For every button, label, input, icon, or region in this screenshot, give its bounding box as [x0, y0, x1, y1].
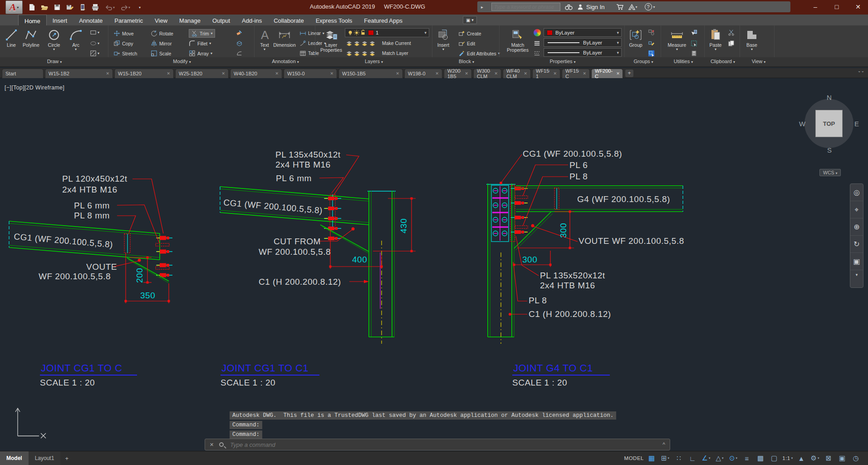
quick-select-button[interactable] — [691, 29, 697, 36]
circle-button[interactable]: Circle▾ — [47, 27, 61, 51]
close-tab-icon[interactable]: ✕ — [106, 71, 109, 76]
search-input[interactable] — [491, 3, 560, 11]
file-tab-active[interactable]: WF200-C✕ — [591, 69, 623, 78]
model-tab[interactable]: Model — [0, 451, 29, 465]
sign-in-button[interactable]: Sign In — [586, 4, 604, 10]
annotation-visibility-icon[interactable]: ▲ — [795, 453, 807, 464]
group-selection-toggle[interactable] — [648, 50, 655, 57]
paste-button[interactable]: Paste▾ — [709, 27, 722, 51]
ribbon-tab-express-tools[interactable]: Express Tools — [310, 15, 358, 25]
join-button[interactable] — [236, 50, 243, 57]
rectangle-button[interactable]: ▾ — [90, 29, 99, 36]
application-menu-button[interactable]: A ▾ — [5, 0, 23, 14]
ribbon-tab-view[interactable]: View — [149, 15, 173, 25]
new-file-button[interactable] — [26, 2, 37, 13]
mobile-share-button[interactable] — [77, 2, 88, 13]
rotate-button[interactable]: Rotate — [151, 30, 173, 37]
ribbon-tab-parametric[interactable]: Parametric — [108, 15, 149, 25]
layout1-tab[interactable]: Layout1 — [29, 451, 61, 465]
ribbon-tab-manage[interactable]: Manage — [173, 15, 206, 25]
viewport-controls[interactable]: [−][Top][2D Wireframe] — [5, 84, 64, 91]
close-tab-icon[interactable]: ✕ — [396, 71, 399, 76]
viewcube-east[interactable]: E — [854, 120, 859, 128]
table-button[interactable]: Table — [299, 50, 319, 57]
workspace-gear-icon[interactable]: ⚙▾ — [809, 453, 821, 464]
quick-calculator-button[interactable] — [691, 50, 697, 57]
file-tab[interactable]: W150-0✕ — [284, 69, 337, 78]
ortho-icon[interactable]: ∟ — [687, 453, 698, 464]
linetype-select[interactable]: ByLayer▾ — [544, 48, 622, 57]
file-tab[interactable]: W200-1B5✕ — [444, 69, 472, 78]
file-tab-start[interactable]: Start — [2, 69, 44, 78]
command-close-icon[interactable]: ✕ — [210, 442, 214, 448]
close-tab-icon[interactable]: ✕ — [465, 71, 468, 76]
copy-button[interactable]: Copy — [113, 40, 133, 47]
ribbon-tab-insert[interactable]: Insert — [47, 15, 74, 25]
isodraft-icon[interactable]: △▾ — [714, 453, 726, 464]
panel-annotation[interactable]: Annotation ▾ — [256, 59, 315, 64]
tab-overflow-icon[interactable]: ⌄⌄ — [858, 69, 864, 73]
lineweight-icon[interactable]: ≡ — [741, 453, 753, 464]
edit-attributes-button[interactable]: Edit Attributes▾ — [458, 50, 500, 57]
file-tab[interactable]: WF40-CLM✕ — [503, 69, 531, 78]
panel-clipboard[interactable]: Clipboard ▾ — [706, 59, 740, 64]
hatch-button[interactable]: ▾ — [90, 50, 99, 57]
open-file-button[interactable] — [39, 2, 50, 13]
snap-icon[interactable]: ⊞▾ — [659, 453, 671, 464]
file-tab[interactable]: WF150-C✕ — [562, 69, 590, 78]
orbit-icon[interactable]: ↻ — [850, 236, 863, 253]
minimize-button[interactable]: – — [805, 0, 825, 14]
file-tab[interactable]: W198-0✕ — [404, 69, 442, 78]
search-icon[interactable] — [565, 4, 573, 10]
ungroup-button[interactable] — [648, 29, 655, 36]
command-expand-icon[interactable]: ^ — [662, 441, 665, 448]
dimension-button[interactable]: Dimension — [271, 27, 298, 48]
panel-groups[interactable]: Groups ▾ — [626, 59, 661, 64]
close-tab-icon[interactable]: ✕ — [330, 71, 333, 76]
arc-button[interactable]: Arc▾ — [69, 27, 83, 51]
panel-block[interactable]: Block ▾ — [434, 59, 499, 64]
maximize-button[interactable]: □ — [827, 0, 847, 14]
file-tab[interactable]: WF150-1✕ — [532, 69, 560, 78]
close-tab-icon[interactable]: ✕ — [524, 71, 527, 76]
object-snap-icon[interactable]: ⊙▾ — [727, 453, 739, 464]
viewcube[interactable]: N W E S TOP — [801, 95, 857, 155]
panel-draw[interactable]: Draw ▾ — [1, 59, 108, 64]
move-button[interactable]: Move — [113, 30, 134, 37]
close-tab-icon[interactable]: ✕ — [494, 71, 498, 76]
close-tab-icon[interactable]: ✕ — [583, 71, 586, 76]
drawing-canvas[interactable]: PL 120x450x12t 2x4 HTB M16 PL 6 mm PL 8 … — [0, 78, 868, 451]
measure-button[interactable]: Measure▾ — [665, 27, 689, 51]
close-tab-icon[interactable]: ✕ — [275, 71, 279, 76]
viewcube-west[interactable]: W — [799, 120, 805, 128]
qat-customize-button[interactable]: ▾ — [134, 2, 145, 13]
ucs-icon[interactable] — [15, 408, 46, 438]
command-search-icon[interactable] — [219, 442, 224, 447]
close-tab-icon[interactable]: ✕ — [167, 71, 170, 76]
full-navigation-wheel-icon[interactable]: ◎ — [850, 184, 863, 201]
command-input[interactable] — [230, 441, 662, 448]
create-block-button[interactable]: Create — [458, 30, 481, 37]
text-button[interactable]: Text▾ — [258, 27, 271, 51]
show-motion-icon[interactable]: ▣ — [850, 253, 863, 270]
select-similar-button[interactable] — [691, 40, 697, 47]
file-tab[interactable]: W40-1B20✕ — [230, 69, 282, 78]
selection-cycling-icon[interactable]: ▢ — [768, 453, 780, 464]
close-tab-icon[interactable]: ✕ — [221, 71, 225, 76]
panel-layers[interactable]: Layers ▾ — [316, 59, 432, 64]
file-tab[interactable]: W150-1B5✕ — [338, 69, 403, 78]
ribbon-tab-featured-apps[interactable]: Featured Apps — [358, 15, 408, 25]
scale-button[interactable]: Scale — [151, 50, 171, 57]
user-icon[interactable] — [577, 4, 584, 10]
close-button[interactable]: ✕ — [848, 0, 868, 14]
new-layout-button[interactable]: + — [60, 455, 73, 462]
file-tab[interactable]: W300-CLM✕ — [473, 69, 501, 78]
close-tab-icon[interactable]: ✕ — [616, 71, 620, 76]
plot-button[interactable] — [90, 2, 101, 13]
panel-view[interactable]: View ▾ — [741, 59, 776, 64]
help-icon[interactable]: ? ▾ — [645, 3, 655, 10]
search-expand-icon[interactable]: ▸ — [481, 5, 483, 10]
viewcube-top-face[interactable]: TOP — [815, 110, 843, 137]
transparency-icon[interactable]: ▩ — [755, 453, 766, 464]
line-button[interactable]: Line — [5, 27, 18, 48]
